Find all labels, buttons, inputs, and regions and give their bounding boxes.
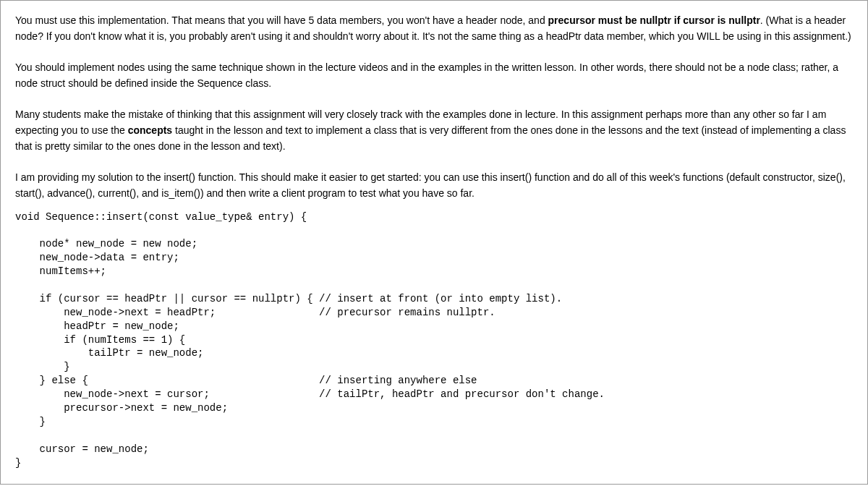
text-bold-precursor-rule: precursor must be nullptr if cursor is n… bbox=[548, 14, 760, 26]
text-fragment: You must use this implementation. That m… bbox=[15, 14, 548, 26]
paragraph-insert-solution-intro: I am providing my solution to the insert… bbox=[15, 169, 853, 202]
assignment-content: You must use this implementation. That m… bbox=[0, 0, 868, 485]
code-insert-function: void Sequence::insert(const value_type& … bbox=[15, 210, 853, 470]
text-bold-concepts: concepts bbox=[128, 124, 172, 136]
paragraph-implementation-requirement: You must use this implementation. That m… bbox=[15, 12, 853, 45]
paragraph-concepts-warning: Many students make the mistake of thinki… bbox=[15, 106, 853, 155]
paragraph-node-technique: You should implement nodes using the sam… bbox=[15, 59, 853, 92]
